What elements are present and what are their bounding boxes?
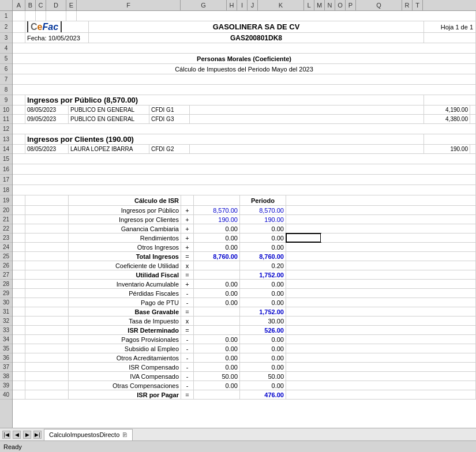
row-num-29[interactable]: 29 [0, 289, 12, 298]
row-num-37[interactable]: 37 [0, 363, 12, 372]
row-num-40[interactable]: 40 [0, 390, 12, 400]
col-header-m[interactable]: M [314, 0, 325, 10]
col-header-t[interactable]: T [413, 0, 423, 10]
row-num-34[interactable]: 34 [0, 335, 12, 344]
row-num-15[interactable]: 15 [0, 154, 12, 164]
cell-a2[interactable] [13, 21, 25, 32]
row-num-27[interactable]: 27 [0, 270, 12, 280]
col-header-h[interactable]: H [227, 0, 237, 10]
row-num-1[interactable]: 1 [0, 11, 12, 21]
cell-a9[interactable] [13, 95, 25, 105]
cell-a22[interactable] [13, 224, 25, 233]
cell-a32[interactable] [13, 317, 25, 325]
cell-a19[interactable] [13, 195, 25, 205]
col-header-d[interactable]: D [46, 0, 66, 10]
cell-a40[interactable] [13, 390, 25, 399]
row-num-14[interactable]: 14 [0, 145, 12, 154]
col-header-b[interactable]: B [25, 0, 36, 10]
cell-a10[interactable] [13, 106, 25, 114]
cell-a29[interactable] [13, 289, 25, 297]
row-num-21[interactable]: 21 [0, 215, 12, 224]
col-header-a[interactable]: A [13, 0, 25, 10]
cell-a3[interactable] [13, 33, 25, 43]
cell-a1[interactable] [13, 11, 25, 21]
row-num-4[interactable]: 4 [0, 43, 12, 54]
cell-c1[interactable] [36, 11, 46, 21]
cell-b1[interactable] [25, 11, 36, 21]
cell-a36[interactable] [13, 353, 25, 362]
row-num-2[interactable]: 2 [0, 21, 12, 33]
col-header-f[interactable]: F [77, 0, 181, 10]
cell-a35[interactable] [13, 344, 25, 353]
row-num-7[interactable]: 7 [0, 74, 12, 85]
col-header-p[interactable]: P [346, 0, 356, 10]
row-num-18[interactable]: 18 [0, 185, 12, 195]
row-num-22[interactable]: 22 [0, 224, 12, 233]
col-header-c[interactable]: C [36, 0, 46, 10]
cell-a37[interactable] [13, 363, 25, 371]
cell-a25[interactable] [13, 252, 25, 261]
cell-a34[interactable] [13, 335, 25, 344]
cell-a26[interactable] [13, 261, 25, 270]
row-num-35[interactable]: 35 [0, 344, 12, 353]
row-num-24[interactable]: 24 [0, 243, 12, 252]
cell-a27[interactable] [13, 270, 25, 279]
cell-a30[interactable] [13, 298, 25, 307]
date-10: 08/05/2023 [25, 106, 69, 114]
col-header-j[interactable]: J [248, 0, 258, 10]
tab-nav-first[interactable]: |◀ [2, 431, 10, 439]
tab-nav-next[interactable]: ▶ [23, 431, 31, 439]
tab-nav-last[interactable]: ▶| [33, 431, 42, 439]
cell-a39[interactable] [13, 381, 25, 390]
cell-a14[interactable] [13, 145, 25, 153]
row-num-23[interactable]: 23 [0, 233, 12, 243]
row-num-3[interactable]: 3 [0, 33, 12, 43]
cell-a31[interactable] [13, 307, 25, 316]
cell-a20[interactable] [13, 206, 25, 214]
row-num-10[interactable]: 10 [0, 106, 12, 115]
row-num-38[interactable]: 38 [0, 372, 12, 381]
row-num-17[interactable]: 17 [0, 175, 12, 185]
cell-a24[interactable] [13, 243, 25, 251]
col-header-e[interactable]: E [66, 0, 77, 10]
row-num-31[interactable]: 31 [0, 307, 12, 317]
row-num-5[interactable]: 5 [0, 54, 12, 64]
col-header-i[interactable]: I [237, 0, 248, 10]
selected-23[interactable] [286, 233, 321, 242]
cell-e1[interactable] [66, 11, 77, 21]
col-header-o[interactable]: O [335, 0, 346, 10]
row-num-19[interactable]: 19 [0, 195, 12, 206]
row-num-30[interactable]: 30 [0, 298, 12, 307]
sheet-tab[interactable]: CalculoImpuestosDirecto 🖹 [44, 429, 133, 440]
col-header-l[interactable]: L [304, 0, 314, 10]
row-num-25[interactable]: 25 [0, 252, 12, 261]
cell-d1[interactable] [46, 11, 66, 21]
row-num-16[interactable]: 16 [0, 164, 12, 175]
row-num-6[interactable]: 6 [0, 64, 12, 74]
row-num-39[interactable]: 39 [0, 381, 12, 390]
cell-a33[interactable] [13, 326, 25, 334]
cell-a38[interactable] [13, 372, 25, 381]
cell-a23[interactable] [13, 233, 25, 242]
cell-a13[interactable] [13, 134, 25, 144]
cell-a28[interactable] [13, 280, 25, 288]
cell-a11[interactable] [13, 115, 25, 123]
col-header-n[interactable]: N [325, 0, 335, 10]
cell-a21[interactable] [13, 215, 25, 224]
row-num-28[interactable]: 28 [0, 280, 12, 289]
row-num-8[interactable]: 8 [0, 85, 12, 95]
row-num-26[interactable]: 26 [0, 261, 12, 270]
row-num-9[interactable]: 9 [0, 95, 12, 106]
col-header-r[interactable]: R [402, 0, 413, 10]
col-header-g[interactable]: G [181, 0, 227, 10]
row-num-36[interactable]: 36 [0, 353, 12, 363]
row-num-12[interactable]: 12 [0, 124, 12, 134]
row-num-11[interactable]: 11 [0, 115, 12, 124]
row-num-33[interactable]: 33 [0, 326, 12, 335]
row-num-13[interactable]: 13 [0, 134, 12, 145]
col-header-k[interactable]: K [258, 0, 304, 10]
row-num-20[interactable]: 20 [0, 206, 12, 215]
row-num-32[interactable]: 32 [0, 317, 12, 326]
col-header-q[interactable]: Q [356, 0, 402, 10]
tab-nav-prev[interactable]: ◀ [13, 431, 21, 439]
